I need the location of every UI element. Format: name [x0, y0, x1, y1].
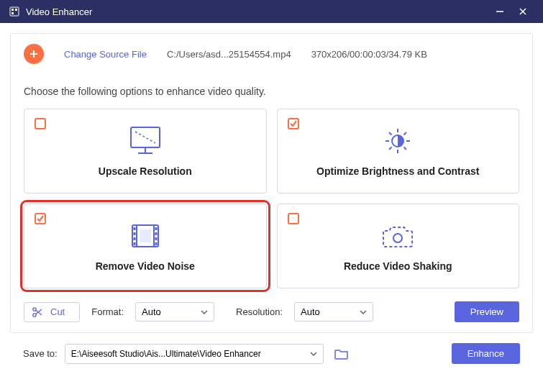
svg-point-40 [33, 313, 36, 316]
option-checkbox[interactable] [35, 213, 46, 224]
monitor-icon [35, 121, 256, 161]
filmstrip-icon [35, 216, 256, 256]
format-label: Format: [91, 306, 124, 317]
svg-rect-28 [133, 227, 135, 230]
svg-rect-34 [155, 237, 157, 240]
minimize-button[interactable] [488, 0, 511, 23]
svg-rect-33 [155, 232, 157, 235]
svg-line-21 [404, 147, 407, 150]
save-path-dropdown[interactable]: E:\Aiseesoft Studio\Ais...Ultimate\Video… [65, 344, 324, 364]
chevron-down-icon [360, 310, 367, 314]
cut-label: Cut [50, 306, 65, 317]
preview-button[interactable]: Preview [455, 301, 519, 322]
enhance-button[interactable]: Enhance [452, 343, 520, 364]
resolution-dropdown[interactable]: Auto [294, 302, 373, 322]
close-button[interactable] [511, 0, 534, 23]
instruction-text: Choose the following options to enhance … [24, 86, 519, 97]
option-checkbox[interactable] [288, 118, 299, 129]
resolution-label: Resolution: [236, 306, 283, 317]
option-checkbox[interactable] [288, 213, 299, 224]
format-value: Auto [142, 306, 161, 317]
option-card-camera[interactable]: Reduce Video Shaking [277, 204, 520, 288]
save-to-label: Save to: [23, 348, 58, 359]
svg-line-20 [389, 132, 392, 135]
svg-point-39 [33, 307, 36, 310]
svg-line-22 [404, 132, 407, 135]
option-card-brightness[interactable]: Optimize Brightness and Contrast [277, 109, 520, 193]
option-card-monitor[interactable]: Upscale Resolution [24, 109, 267, 193]
chevron-down-icon [201, 310, 208, 314]
save-path-value: E:\Aiseesoft Studio\Ais...Ultimate\Video… [71, 349, 261, 359]
scissors-icon [32, 306, 43, 318]
svg-point-38 [393, 234, 402, 242]
svg-rect-32 [155, 227, 157, 230]
chevron-down-icon [310, 352, 317, 356]
svg-line-41 [36, 310, 42, 315]
brightness-icon [288, 121, 509, 161]
footer-row: Save to: E:\Aiseesoft Studio\Ais...Ultim… [10, 333, 533, 364]
format-dropdown[interactable]: Auto [135, 302, 214, 322]
option-label: Optimize Brightness and Contrast [288, 165, 509, 177]
svg-rect-36 [140, 229, 151, 242]
svg-rect-9 [35, 119, 45, 129]
svg-line-23 [389, 147, 392, 150]
file-path: C:/Users/asd...25154554.mp4 [167, 49, 291, 60]
change-source-link[interactable]: Change Source File [64, 49, 147, 60]
svg-rect-35 [155, 242, 157, 245]
app-icon [9, 6, 20, 17]
source-header: Change Source File C:/Users/asd...251545… [24, 41, 519, 73]
titlebar: Video Enhancer [0, 0, 543, 23]
svg-rect-30 [133, 237, 135, 240]
option-label: Remove Video Noise [35, 260, 256, 272]
svg-rect-10 [131, 127, 160, 147]
option-label: Reduce Video Shaking [288, 260, 509, 272]
option-label: Upscale Resolution [35, 165, 256, 177]
resolution-value: Auto [301, 306, 320, 317]
file-info: 370x206/00:00:03/34.79 KB [311, 49, 427, 60]
svg-rect-2 [15, 9, 17, 11]
svg-rect-31 [133, 242, 135, 245]
svg-rect-37 [288, 214, 298, 224]
add-file-button[interactable] [24, 44, 44, 64]
option-card-filmstrip[interactable]: Remove Video Noise [24, 204, 267, 288]
window-title: Video Enhancer [26, 6, 488, 17]
svg-rect-1 [12, 9, 14, 11]
option-checkbox[interactable] [35, 118, 46, 129]
svg-rect-29 [133, 232, 135, 235]
svg-rect-0 [10, 7, 19, 16]
svg-rect-3 [12, 12, 14, 14]
open-folder-button[interactable] [331, 344, 352, 364]
svg-line-13 [135, 132, 155, 143]
controls-row: Cut Format: Auto Resolution: Auto Previe… [24, 298, 519, 322]
camera-icon [288, 216, 509, 256]
cut-button[interactable]: Cut [24, 302, 80, 322]
svg-line-42 [36, 309, 42, 314]
